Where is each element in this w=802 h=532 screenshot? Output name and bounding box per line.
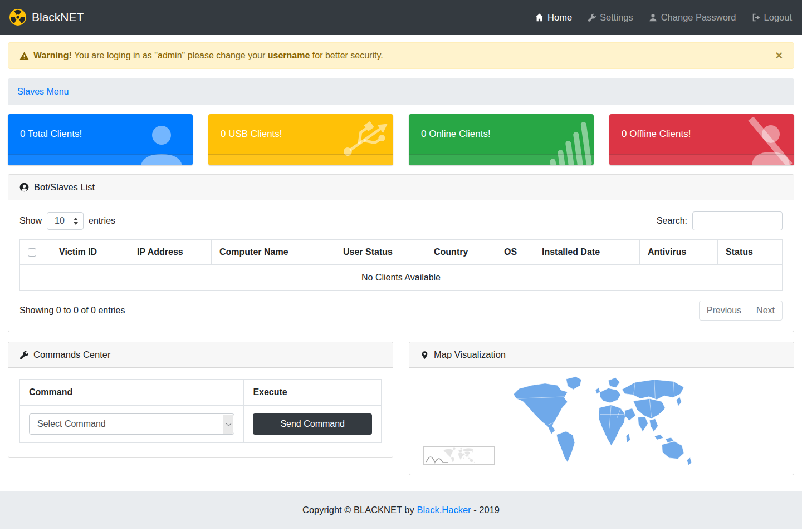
map-card: Map Visualization <box>409 342 794 475</box>
stat-card-label: 0 Online Clients! <box>421 114 491 154</box>
list-controls: Show 10 entries Search: <box>19 211 783 230</box>
brand[interactable]: BlackNET <box>9 8 84 26</box>
search-group: Search: <box>657 211 783 230</box>
stat-card-offline-clients: 0 Offline Clients! <box>609 114 794 165</box>
select-all-cell <box>20 240 51 265</box>
radiation-logo-icon <box>9 8 27 26</box>
command-select-value: Select Command <box>37 419 106 429</box>
commands-center-title: Commands Center <box>33 349 110 360</box>
map-minimap[interactable] <box>423 446 495 465</box>
column-computer-name[interactable]: Computer Name <box>212 240 335 265</box>
stat-card-footer <box>609 154 794 165</box>
footer-segment: - 2019 <box>471 505 500 515</box>
empty-message: No Clients Available <box>20 265 783 291</box>
close-icon[interactable]: × <box>775 50 783 62</box>
user-icon <box>649 13 657 22</box>
brand-title: BlackNET <box>32 11 84 24</box>
world-map <box>510 372 693 468</box>
warning-alert: Warning! You are loging in as "admin" pl… <box>8 42 794 69</box>
footer-segment: Copyright © BLACKNET by <box>302 505 417 515</box>
stat-card-online-clients: 0 Online Clients! <box>409 114 594 165</box>
column-country[interactable]: Country <box>426 240 496 265</box>
commands-table-header-row: Command Execute <box>20 380 382 406</box>
stat-card-label: 0 Offline Clients! <box>622 114 691 154</box>
nav-item-home[interactable]: Home <box>535 12 572 23</box>
page-footer: Copyright © BLACKNET by Black.Hacker - 2… <box>0 491 802 529</box>
column-installed-date[interactable]: Installed Date <box>534 240 640 265</box>
top-navbar: BlackNET Home Settings Change Password L… <box>0 0 802 35</box>
nav-item-logout[interactable]: Logout <box>752 12 792 23</box>
empty-row: No Clients Available <box>20 265 783 291</box>
entries-label: entries <box>89 216 115 226</box>
wrench-icon <box>19 351 28 359</box>
user-circle-icon <box>19 183 29 192</box>
bot-list-header: Bot/Slaves List <box>8 175 794 200</box>
map-header: Map Visualization <box>409 342 794 368</box>
nav-item-label: Logout <box>764 12 792 23</box>
map-title: Map Visualization <box>434 349 506 360</box>
commands-center-header: Commands Center <box>8 342 393 368</box>
chevron-down-icon <box>223 415 233 434</box>
alert-text: Warning! You are loging in as "admin" pl… <box>33 51 383 61</box>
stat-card-usb-clients: 0 USB Clients! <box>208 114 393 165</box>
select-all-checkbox[interactable] <box>28 248 36 257</box>
stat-card-label: 0 USB Clients! <box>221 114 282 154</box>
list-footer: Showing 0 to 0 of 0 entries Previous Nex… <box>19 301 783 321</box>
command-select[interactable]: Select Command <box>29 413 234 435</box>
map-viewport[interactable] <box>409 368 794 475</box>
search-label: Search: <box>657 216 687 226</box>
send-command-button[interactable]: Send Command <box>253 413 372 435</box>
alert-segment: for better security. <box>310 51 383 60</box>
stat-card-total-clients: 0 Total Clients! <box>8 114 193 165</box>
stat-card-footer <box>8 154 193 165</box>
column-victim-id[interactable]: Victim ID <box>51 240 129 265</box>
table-info: Showing 0 to 0 of 0 entries <box>19 306 125 316</box>
footer-text: Copyright © BLACKNET by Black.Hacker - 2… <box>302 505 500 515</box>
stat-card-footer <box>208 154 393 165</box>
nav-item-label: Settings <box>600 12 633 23</box>
bot-list-card: Bot/Slaves List Show 10 entries Search: <box>8 174 794 332</box>
alert-lead: Warning! <box>33 51 72 60</box>
commands-table: Command Execute Select Command Send Comm… <box>19 379 382 443</box>
column-antivirus[interactable]: Antivirus <box>640 240 718 265</box>
logout-icon <box>752 13 760 22</box>
warning-triangle-icon <box>19 51 29 61</box>
bottom-row: Commands Center Command Execute Select C… <box>8 342 794 475</box>
bot-table-header-row: Victim ID IP Address Computer Name User … <box>20 240 783 265</box>
author-link[interactable]: Black.Hacker <box>417 505 471 515</box>
next-page-button[interactable]: Next <box>749 301 783 321</box>
column-status[interactable]: Status <box>718 240 783 265</box>
wrench-icon <box>588 13 596 22</box>
slaves-menu-link[interactable]: Slaves Menu <box>17 87 69 97</box>
nav-links: Home Settings Change Password Logout <box>535 12 792 23</box>
stat-card-footer <box>409 154 594 165</box>
pagination: Previous Next <box>699 301 783 321</box>
show-label: Show <box>19 216 42 226</box>
search-input[interactable] <box>692 211 783 230</box>
stats-row: 0 Total Clients! 0 USB Clients! 0 Online… <box>8 114 794 165</box>
column-ip-address[interactable]: IP Address <box>129 240 212 265</box>
column-user-status[interactable]: User Status <box>335 240 426 265</box>
map-marker-icon <box>420 351 429 359</box>
nav-item-change-password[interactable]: Change Password <box>649 12 736 23</box>
nav-item-settings[interactable]: Settings <box>588 12 633 23</box>
nav-item-label: Change Password <box>661 12 736 23</box>
page-size-value: 10 <box>55 216 65 226</box>
column-os[interactable]: OS <box>496 240 534 265</box>
home-icon <box>535 13 544 22</box>
bot-table: Victim ID IP Address Computer Name User … <box>19 239 783 291</box>
execute-column-header: Execute <box>244 380 382 406</box>
stepper-icon <box>74 218 78 225</box>
page-size-select[interactable]: 10 <box>47 212 84 230</box>
page-size-group: Show 10 entries <box>19 212 115 230</box>
slaves-menu-panel: Slaves Menu <box>8 78 794 105</box>
minimap-squiggle-icon <box>425 447 449 464</box>
alert-highlight: username <box>268 51 310 60</box>
bot-list-title: Bot/Slaves List <box>34 182 95 193</box>
commands-table-row: Select Command Send Command <box>20 406 382 443</box>
nav-item-label: Home <box>547 12 572 23</box>
stat-card-label: 0 Total Clients! <box>20 114 82 154</box>
commands-center-card: Commands Center Command Execute Select C… <box>8 342 393 458</box>
command-column-header: Command <box>20 380 244 406</box>
previous-page-button[interactable]: Previous <box>699 301 749 321</box>
